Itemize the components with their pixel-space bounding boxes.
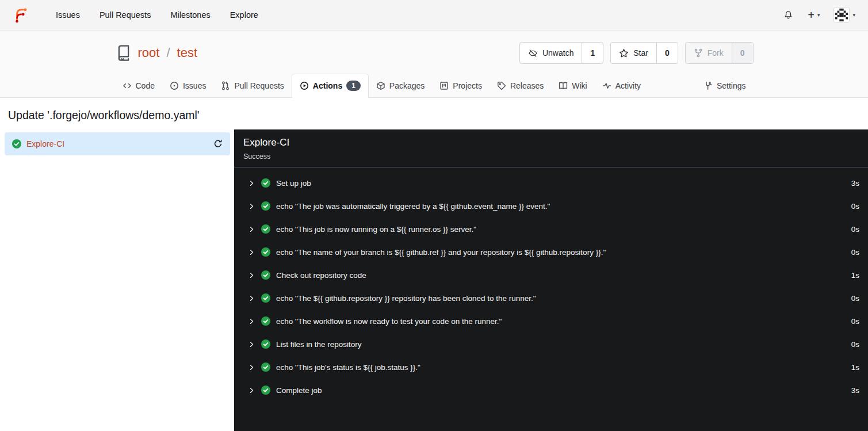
success-check-icon: [261, 363, 270, 372]
repo-tabbar: Code Issues Pull Requests Actions 1 P: [115, 73, 754, 98]
create-new-menu[interactable]: + ▾: [808, 9, 820, 21]
step-name: echo "This job is now running on a ${{ r…: [276, 225, 476, 234]
top-navbar: Issues Pull Requests Milestones Explore …: [0, 0, 868, 30]
forgejo-logo-icon[interactable]: [13, 6, 30, 24]
chevron-right-icon[interactable]: [248, 249, 255, 255]
chevron-right-icon[interactable]: [248, 295, 255, 302]
success-check-icon: [261, 201, 270, 211]
success-check-icon: [261, 247, 270, 257]
tab-releases[interactable]: Releases: [490, 74, 551, 98]
step-duration: 0s: [851, 294, 859, 303]
step-name: echo "The workflow is now ready to test …: [276, 317, 502, 326]
tools-icon: [703, 81, 713, 90]
fork-label: Fork: [708, 48, 724, 58]
step-row[interactable]: echo "The job was automatically triggere…: [234, 194, 868, 218]
book-icon: [559, 81, 568, 90]
pulse-icon: [602, 81, 611, 90]
tab-settings[interactable]: Settings: [696, 74, 754, 98]
step-duration: 3s: [851, 386, 859, 395]
success-check-icon: [261, 316, 270, 326]
chevron-right-icon[interactable]: [248, 318, 255, 325]
job-status-text: Success: [243, 152, 859, 161]
workflow-run-view: Explore-CI Explore-CI Success Set up job…: [0, 129, 868, 431]
play-circle-icon: [300, 81, 309, 90]
tab-activity[interactable]: Activity: [595, 74, 648, 98]
job-log-header: Explore-CI Success: [234, 129, 868, 167]
step-duration: 0s: [851, 317, 859, 326]
unwatch-label: Unwatch: [542, 48, 573, 58]
success-check-icon: [261, 224, 270, 234]
success-check-icon: [261, 178, 270, 188]
watch-count[interactable]: 1: [582, 43, 603, 63]
step-row[interactable]: Set up job 3s: [234, 171, 868, 194]
tab-projects[interactable]: Projects: [432, 74, 490, 98]
tag-icon: [497, 81, 506, 90]
avatar: [833, 7, 850, 23]
star-label: Star: [633, 48, 648, 58]
star-button[interactable]: Star 0: [610, 42, 678, 64]
tab-code[interactable]: Code: [115, 74, 162, 98]
notifications-bell-icon[interactable]: [783, 10, 794, 21]
eye-slash-icon: [528, 48, 538, 58]
step-duration: 0s: [851, 340, 859, 349]
tab-packages[interactable]: Packages: [369, 74, 432, 98]
user-menu[interactable]: ▾: [833, 7, 855, 23]
step-name: echo "The ${{ github.repository }} repos…: [276, 294, 536, 303]
job-name: Explore-CI: [26, 139, 64, 148]
step-duration: 1s: [851, 363, 859, 372]
package-icon: [376, 81, 385, 90]
chevron-right-icon[interactable]: [248, 341, 255, 348]
chevron-down-icon: ▾: [852, 12, 855, 18]
step-row[interactable]: echo "The workflow is now ready to test …: [234, 310, 868, 333]
chevron-right-icon[interactable]: [248, 180, 255, 186]
job-log-panel: Explore-CI Success Set up job 3s echo "T…: [234, 129, 868, 431]
step-row[interactable]: List files in the repository 0s: [234, 333, 868, 356]
chevron-right-icon[interactable]: [248, 364, 255, 371]
job-item-explore-ci[interactable]: Explore-CI: [5, 132, 230, 155]
repo-name-link[interactable]: test: [177, 45, 197, 60]
rerun-refresh-icon[interactable]: [213, 139, 223, 148]
tab-pull-requests[interactable]: Pull Requests: [213, 74, 291, 98]
repo-action-buttons: Unwatch 1 Star 0: [519, 42, 754, 64]
step-row[interactable]: echo "This job's status is ${{ job.statu…: [234, 356, 868, 379]
chevron-right-icon[interactable]: [248, 387, 255, 394]
step-name: echo "This job's status is ${{ job.statu…: [276, 363, 420, 372]
navbar-right: + ▾ ▾: [783, 7, 855, 23]
repo-owner-link[interactable]: root: [138, 45, 160, 60]
nav-item-milestones[interactable]: Milestones: [160, 10, 220, 20]
tab-issues[interactable]: Issues: [162, 74, 213, 98]
job-title: Explore-CI: [243, 137, 859, 148]
step-row[interactable]: Check out repository code 1s: [234, 264, 868, 287]
fork-icon: [694, 48, 703, 58]
nav-item-pull-requests[interactable]: Pull Requests: [90, 10, 160, 20]
success-check-icon: [261, 386, 270, 395]
nav-item-issues[interactable]: Issues: [46, 10, 90, 20]
nav-item-explore[interactable]: Explore: [220, 10, 268, 20]
chevron-right-icon[interactable]: [248, 272, 255, 279]
unwatch-button[interactable]: Unwatch 1: [519, 42, 603, 64]
success-check-icon: [261, 293, 270, 303]
chevron-right-icon[interactable]: [248, 226, 255, 232]
step-row[interactable]: echo "The ${{ github.repository }} repos…: [234, 287, 868, 310]
repo-separator: /: [166, 45, 170, 60]
repo-title: root / test: [115, 44, 198, 62]
star-count[interactable]: 0: [656, 43, 678, 63]
chevron-right-icon[interactable]: [248, 203, 255, 209]
success-check-icon: [261, 340, 270, 349]
success-check-icon: [12, 139, 21, 148]
project-icon: [439, 81, 449, 90]
step-row[interactable]: echo "This job is now running on a ${{ r…: [234, 218, 868, 241]
page-title: Update '.forgejo/workflows/demo.yaml': [8, 109, 868, 122]
tab-actions[interactable]: Actions 1: [292, 74, 369, 98]
issue-icon: [170, 81, 179, 90]
step-duration: 1s: [851, 271, 859, 280]
step-row[interactable]: echo "The name of your branch is ${{ git…: [234, 241, 868, 264]
step-name: Set up job: [276, 179, 311, 188]
step-duration: 0s: [851, 248, 859, 257]
success-check-icon: [261, 270, 270, 280]
tab-wiki[interactable]: Wiki: [551, 74, 594, 98]
fork-count: 0: [732, 43, 753, 63]
step-duration: 0s: [851, 225, 859, 234]
step-name: List files in the repository: [276, 340, 362, 349]
step-row[interactable]: Complete job 3s: [234, 379, 868, 402]
